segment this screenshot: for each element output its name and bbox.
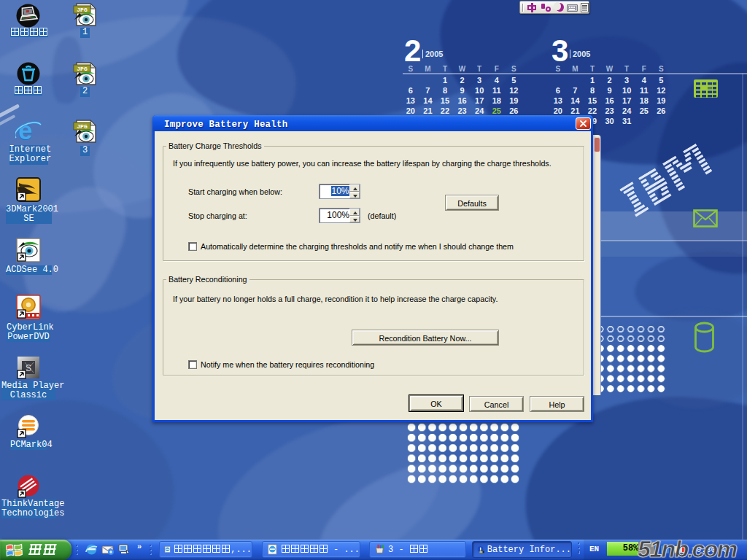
svg-text:JPG: JPG (77, 123, 88, 130)
svg-text:JPG: JPG (77, 7, 88, 13)
svg-text:S: S (26, 363, 31, 373)
svg-text:JPG: JPG (77, 66, 88, 72)
